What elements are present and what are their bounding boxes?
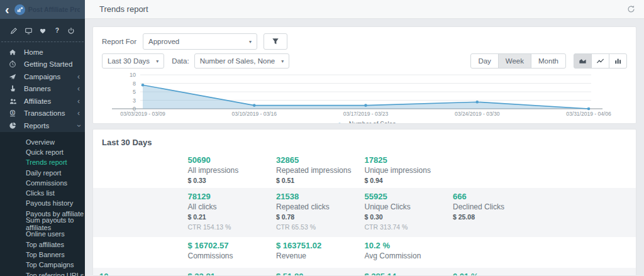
sidebar-menu: Home Getting Started Campaigns ‹ Banners… (0, 46, 85, 132)
trend-chart: 10853003/03/2019 - 03/0903/10/2019 - 03/… (93, 69, 636, 124)
heart-icon[interactable] (39, 27, 47, 35)
impressions-row: 50690 All impressions $ 0.33 32865 Repea… (93, 152, 636, 188)
svg-text:3: 3 (133, 97, 136, 104)
svg-text:03/03/2019 - 03/09: 03/03/2019 - 03/09 (120, 111, 165, 117)
chart-type-toggle (574, 53, 627, 69)
trend-chart-svg: 10853003/03/2019 - 03/0903/10/2019 - 03/… (93, 70, 635, 118)
svg-text:10: 10 (130, 72, 136, 78)
submenu-trends-report[interactable]: Trends report (0, 157, 85, 167)
sidebar-item-banners[interactable]: Banners ‹ (0, 83, 85, 96)
stat-conversion: 0.01 % Conversion (453, 272, 541, 276)
commissions-row: $ 16702.57 Commissions $ 163751.02 Reven… (93, 237, 636, 268)
sidebar-item-getting-started[interactable]: Getting Started (0, 58, 85, 71)
page-header: Trends report (85, 0, 644, 19)
period-week-button[interactable]: Week (498, 53, 531, 69)
chevron-left-icon: ‹ (77, 74, 80, 80)
svg-text:8: 8 (133, 80, 136, 87)
sidebar-item-reports[interactable]: Reports ‹ (0, 119, 85, 132)
main-area: Trends report Report For Approved ▾ Last… (85, 0, 644, 276)
money-icon: $ (9, 109, 18, 117)
brand-name: Post Affiliate Pro (28, 6, 80, 13)
back-button[interactable]: ‹ (5, 3, 9, 16)
summary-panel: Last 30 Days 50690 All impressions $ 0.3… (92, 129, 636, 276)
period-month-button[interactable]: Month (531, 53, 566, 69)
area-chart-icon (579, 57, 587, 65)
clicks-row: 78129 All clicks $ 0.21 CTR 154.13 % 215… (93, 188, 636, 237)
date-range-select[interactable]: Last 30 Days ▾ (102, 53, 164, 69)
svg-text:03/10/2019 - 03/16: 03/10/2019 - 03/16 (232, 111, 277, 117)
stat-revenue-total: $ 285.14 Revenue avg $ 28.51 (365, 272, 453, 276)
app-logo-icon (14, 4, 25, 15)
edit-pencil-icon[interactable] (10, 27, 18, 35)
svg-text:03/17/2019 - 03/23: 03/17/2019 - 03/23 (343, 111, 389, 117)
sidebar-item-affiliates[interactable]: Affiliates ‹ (0, 95, 85, 108)
stat-unique-clicks: 55925 Unique Clicks $ 0.30 CTR 313.74 % (365, 192, 453, 231)
stat-revenue: $ 163751.02 Revenue (276, 241, 365, 260)
sidebar-quick-icons: ? (0, 19, 85, 40)
stat-commission-total: $ 51.80 Commission avg $ 5.18 (276, 272, 365, 276)
period-toggle: Day Week Month (470, 53, 566, 69)
submenu-quick-report[interactable]: Quick report (0, 147, 85, 157)
area-chart-button[interactable] (574, 53, 592, 69)
data-label: Data: (172, 57, 189, 65)
data-series-select[interactable]: Number of Sales, None ▾ (194, 53, 290, 69)
svg-text:03/24/2019 - 03/30: 03/24/2019 - 03/30 (455, 111, 500, 117)
submenu-sum-payouts[interactable]: Sum payouts to affiliates (0, 219, 85, 229)
sidebar-item-home[interactable]: Home (0, 46, 85, 58)
sidebar-item-transactions[interactable]: $ Transactions ‹ (0, 108, 85, 120)
trends-chart-panel: Report For Approved ▾ Last 30 Days ▾ Dat… (92, 26, 636, 124)
content: Report For Approved ▾ Last 30 Days ▾ Dat… (85, 19, 644, 276)
svg-text:?: ? (55, 27, 58, 34)
chevron-down-icon: ‹ (75, 124, 82, 127)
stat-repeated-clicks: 21538 Repeated clicks $ 0.78 CTR 65.53 % (276, 192, 365, 231)
submenu-overview[interactable]: Overview (0, 137, 85, 147)
reports-submenu: Overview Quick report Trends report Dail… (0, 132, 85, 276)
submenu-top-campaigns[interactable]: Top Campaigns (0, 260, 85, 270)
line-chart-button[interactable] (591, 53, 609, 69)
svg-text:$: $ (11, 111, 14, 114)
line-chart-icon (596, 57, 604, 65)
bar-chart-icon (614, 57, 622, 65)
sales-row: 10 Sales $ 22.81 Fixed Cost $ 51.80 Comm… (93, 268, 636, 276)
chevron-down-icon: ▾ (150, 58, 158, 64)
chevron-down-icon: ▾ (243, 39, 252, 45)
clock-icon (9, 60, 18, 68)
chevron-left-icon: ‹ (77, 98, 80, 104)
help-icon[interactable]: ? (53, 27, 61, 35)
svg-text:5: 5 (133, 89, 136, 95)
hand-pointer-icon (9, 85, 18, 92)
filter-button[interactable] (264, 33, 287, 50)
submenu-payouts-history[interactable]: Payouts history (0, 198, 85, 208)
filter-row: Report For Approved ▾ (93, 27, 636, 50)
report-for-select[interactable]: Approved ▾ (143, 33, 257, 50)
refresh-icon[interactable] (627, 5, 635, 13)
submenu-top-banners[interactable]: Top Banners (0, 250, 85, 260)
stat-fixed-cost: $ 22.81 Fixed Cost (188, 272, 277, 276)
summary-heading: Last 30 Days (93, 130, 636, 152)
stat-all-impressions: 50690 All impressions $ 0.33 (188, 155, 277, 185)
sidebar-item-campaigns[interactable]: Campaigns ‹ (0, 70, 85, 83)
stat-unique-impressions: 17825 Unique impressions $ 0.94 (365, 155, 453, 185)
sidebar-header: ‹ Post Affiliate Pro (0, 0, 85, 19)
stat-all-clicks: 78129 All clicks $ 0.21 CTR 154.13 % (188, 192, 277, 231)
sidebar-divider (1, 41, 84, 42)
chevron-down-icon: ▾ (275, 58, 284, 64)
pie-chart-icon (9, 122, 18, 130)
bar-chart-button[interactable] (609, 53, 627, 69)
submenu-commissions[interactable]: Commissions (0, 178, 85, 188)
stat-sales: 10 Sales (99, 272, 188, 276)
submenu-top-affiliates[interactable]: Top affiliates (0, 239, 85, 249)
home-icon (9, 48, 18, 56)
chevron-left-icon: ‹ (77, 86, 80, 92)
monitor-icon[interactable] (25, 27, 33, 35)
funnel-icon (272, 38, 279, 45)
submenu-clicks-list[interactable]: Clicks list (0, 188, 85, 198)
period-day-button[interactable]: Day (470, 53, 498, 69)
submenu-daily-report[interactable]: Daily report (0, 167, 85, 177)
power-icon[interactable] (67, 27, 75, 35)
page-title: Trends report (99, 4, 627, 14)
chart-controls-row: Last 30 Days ▾ Data: Number of Sales, No… (93, 50, 636, 69)
submenu-top-referring-urls[interactable]: Top referring URLs (0, 270, 85, 276)
stat-commissions: $ 16702.57 Commissions (188, 241, 277, 260)
legend-marker-icon (333, 122, 346, 124)
